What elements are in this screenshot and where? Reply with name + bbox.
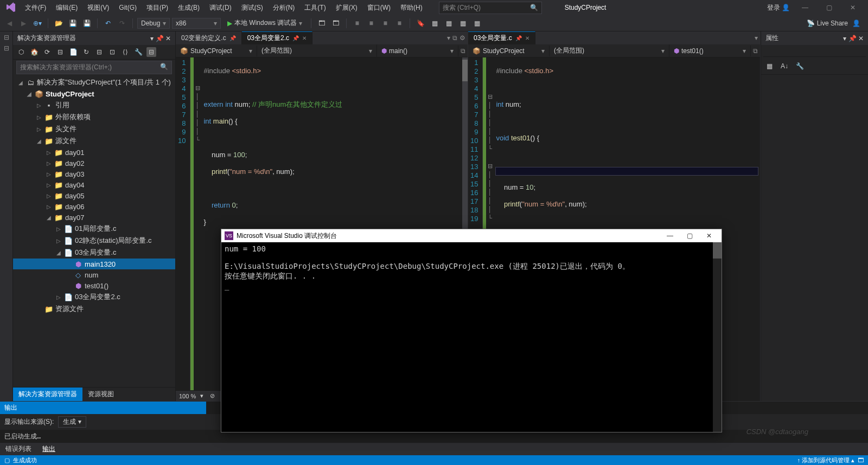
pin-icon[interactable]: 📌 [156,35,164,42]
save-all-icon[interactable]: 💾 [81,17,93,29]
tree-day05[interactable]: ▷📁day05 [13,190,175,201]
tree-day03[interactable]: ▷📁day03 [13,169,175,179]
tree-day02[interactable]: ▷📁day02 [13,158,175,169]
toggle-icon[interactable]: ⊟ [146,47,156,57]
rail-icon-2[interactable]: ⊟ [4,44,9,52]
tab-output[interactable]: 输出 [37,443,61,455]
home2-icon[interactable]: 🏠 [29,47,39,57]
tab-overflow-icon[interactable]: ▾ [755,34,758,42]
save-icon[interactable]: 💾 [67,17,79,29]
split-icon[interactable]: ⧉ [458,47,468,55]
menu-build[interactable]: 生成(B) [174,1,204,15]
filter-icon[interactable]: ⊟ [55,47,65,57]
tree-file-1[interactable]: ▷📄01局部变量.c [13,223,175,235]
tab-resource-view[interactable]: 资源视图 [82,388,119,401]
menu-project[interactable]: 项目(P) [142,1,173,15]
console-titlebar[interactable]: VS Microsoft Visual Studio 调试控制台 — ▢ ✕ [221,229,722,242]
tree-file-2[interactable]: ▷📄02静态(static)局部变量.c [13,235,175,247]
tree-day04[interactable]: ▷📁day04 [13,179,175,190]
menu-help[interactable]: 帮助(H) [396,1,427,15]
close-button[interactable]: ✕ [844,4,861,11]
dropdown-icon[interactable]: ▾ [150,35,154,42]
maximize-button[interactable]: ▢ [820,4,838,11]
platform-select[interactable]: x86▾ [172,18,221,29]
collapse-icon[interactable]: ⊟ [94,47,104,57]
menu-analyze[interactable]: 分析(N) [269,1,299,15]
tree-symbol-num[interactable]: ◇num [13,269,175,280]
tree-headers[interactable]: ▷📁头文件 [13,123,175,135]
tree-project[interactable]: ◢📦StudyCProject [13,88,175,99]
console-maximize-button[interactable]: ▢ [680,232,699,240]
refresh-icon[interactable]: ↻ [81,47,91,57]
login-button[interactable]: 登录 👤 [767,3,790,12]
gear-icon[interactable]: ⚙ [459,34,465,42]
editor-tab[interactable]: 03全局变量2.c📌✕ [242,31,312,44]
rail-icon-1[interactable]: ⊟ [4,34,9,41]
menu-debug[interactable]: 调试(D) [205,1,236,15]
close-icon[interactable]: ✕ [302,35,307,41]
tree-symbol-main[interactable]: ⬢main1320 [13,259,175,269]
tab-error-list[interactable]: 错误列表 [0,443,37,455]
tb-icon-7[interactable]: 🔖 [414,17,426,29]
menu-file[interactable]: 文件(F) [21,1,50,15]
tb-icon-6[interactable]: ≡ [393,17,405,29]
tb-icon-5[interactable]: ≡ [379,17,391,29]
menu-edit[interactable]: 编辑(E) [52,1,82,15]
cat-icon[interactable]: ▦ [764,61,774,71]
tb-icon-2[interactable]: 🗔 [330,17,342,29]
tb-icon-10[interactable]: ▦ [457,17,469,29]
console-minimize-button[interactable]: — [661,232,679,240]
split-icon[interactable]: ⧉ [452,34,457,42]
split-icon[interactable]: ⧉ [751,47,760,55]
tb-icon-8[interactable]: ▦ [429,17,441,29]
tree-ext[interactable]: ▷📁外部依赖项 [13,111,175,123]
tree-solution-root[interactable]: ◢🗂解决方案"StudyCProject"(1 个项目/共 1 个) [13,76,175,88]
undo-icon[interactable]: ↶ [102,17,114,29]
showall-icon[interactable]: 📄 [68,47,78,57]
editor-tab[interactable]: 02变量的定义.c📌 [176,32,242,44]
issue-icon[interactable]: ⊘ [210,392,215,399]
tree-refs[interactable]: ▷▪引用 [13,99,175,111]
tree-day06[interactable]: ▷📁day06 [13,201,175,212]
menu-extensions[interactable]: 扩展(X) [331,1,362,15]
tree-day01[interactable]: ▷📁day01 [13,147,175,158]
source-control-button[interactable]: ↑ 添加到源代码管理 ▴ [797,456,854,464]
tb-icon-4[interactable]: ≡ [365,17,377,29]
pin-icon[interactable]: 📌 [229,35,236,41]
console-scrollbar[interactable] [713,242,722,432]
zoom-select[interactable]: 100 % [179,393,196,399]
pin-icon[interactable]: 📌 [515,35,522,41]
menu-tools[interactable]: 工具(T) [300,1,330,15]
global-search-input[interactable]: 搜索 (Ctrl+Q) 🔍 [439,2,542,14]
forward-icon[interactable]: ▶ [17,17,29,29]
tree-day07[interactable]: ◢📁day07 [13,212,175,223]
menu-view[interactable]: 视图(V) [83,1,113,15]
tb-icon-3[interactable]: ≡ [351,17,363,29]
home-icon[interactable]: ⬡ [16,47,26,57]
minimize-button[interactable]: — [796,4,814,11]
new-project-icon[interactable]: ⊕▾ [31,17,43,29]
back-icon[interactable]: ◀ [3,17,15,29]
crumb-project[interactable]: 📦StudyCProject▾ [176,46,257,56]
output-source-select[interactable]: 生成 ▾ [58,416,86,428]
crumb-project[interactable]: 📦StudyCProject▾ [468,46,550,56]
start-debug-button[interactable]: ▶本地 Windows 调试器▾ [223,17,307,29]
sync-icon[interactable]: ⟳ [42,47,52,57]
redo-icon[interactable]: ↷ [116,17,128,29]
close-icon[interactable]: ✕ [525,35,529,41]
tree-source[interactable]: ◢📁源文件 [13,135,175,147]
editor-tab[interactable]: 03全局变量.c📌✕ [468,31,535,44]
wrench-icon[interactable]: 🔧 [133,47,143,57]
crumb-scope[interactable]: (全局范围)▾ [257,44,377,57]
close-icon[interactable]: ✕ [858,35,864,42]
console-close-button[interactable]: ✕ [700,232,718,240]
pin-icon[interactable]: 📌 [292,35,299,41]
tab-overflow-icon[interactable]: ▾ [447,34,450,42]
menu-window[interactable]: 窗口(W) [363,1,395,15]
view-icon[interactable]: ⟨⟩ [120,47,130,57]
tree-file-3[interactable]: ◢📄03全局变量.c [13,247,175,259]
menu-test[interactable]: 测试(S) [237,1,267,15]
tb-icon-9[interactable]: ▦ [443,17,455,29]
status-extra-icon[interactable]: 🗔 [858,457,864,463]
tab-solution-explorer[interactable]: 解决方案资源管理器 [13,388,82,401]
